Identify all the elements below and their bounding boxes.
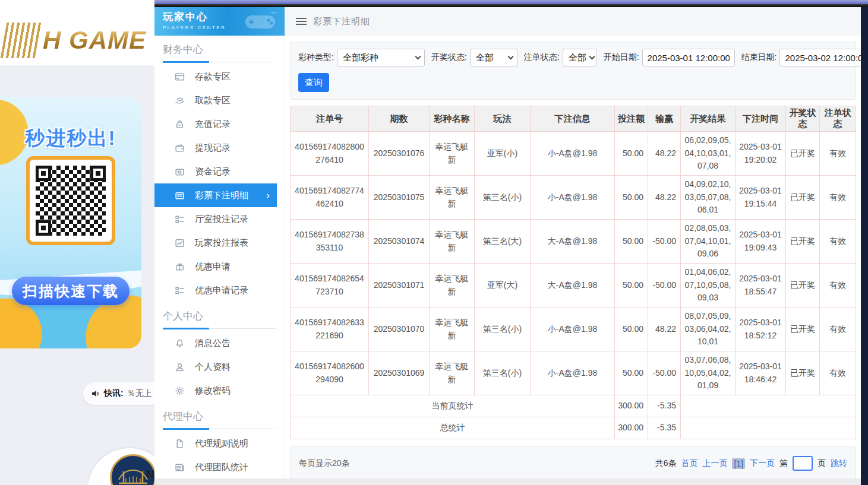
report-chart-icon [175,238,185,248]
order-status-label: 注单状态: [524,52,560,63]
order-id-cell: 401569174082800276410 [291,132,369,176]
app-download-promo-card: 秒进秒出! 扫描快速下载 [0,97,141,348]
chevron-right-icon: › [266,190,270,201]
win-loss-cell: 48.22 [648,308,681,351]
window-bottom-strip [154,478,861,485]
sidebar-item-withdraw-zone[interactable]: 取款专区 [154,88,285,112]
play-cell: 第三名(小) [475,176,531,220]
summary-empty-cell [681,395,856,417]
bet-info-cell: 小-A盘@1.98 [531,308,615,351]
result-cell: 06,02,09,05,04,10,03,01,07,08 [681,132,736,176]
lottery-cell: 幸运飞艇新 [430,351,475,395]
ticker-text: ％无上 [127,388,152,399]
ticker-label: 快讯: [104,388,124,399]
site-logo-band: H GAME [0,0,154,65]
amount-cell: 50.00 [615,220,648,264]
total-summary-row: 总统计 300.00 -5.35 [291,417,856,439]
col-bet-time: 下注时间 [736,106,786,132]
gift-icon [175,262,185,272]
bet-info-cell: 大-A盘@1.98 [531,264,615,308]
background-page: H GAME 秒进秒出! 扫描快速下载 快讯: ％无上 N [0,0,154,485]
promo-headline: 秒进秒出! [0,125,141,152]
window-top-bar [154,0,868,4]
col-period: 期数 [369,106,430,132]
search-button[interactable]: 查询 [298,73,329,92]
draw-status-cell: 已开奖 [786,132,820,176]
sidebar-item-change-password[interactable]: 修改密码 [154,379,285,402]
order-status-cell: 有效 [820,220,856,264]
draw-status-select[interactable]: 全部 [470,49,517,66]
sidebar-section-agent: 代理中心 [163,410,276,429]
h-logo-mark [1,23,42,58]
scan-download-button[interactable]: 扫描快速下载 [12,277,130,305]
jump-suffix-text: 页 [818,458,826,469]
sidebar-item-announcements[interactable]: 消息公告 [154,331,285,355]
sidebar-item-label: 厅室投注记录 [195,214,248,225]
bet-info-cell: 小-A盘@1.98 [531,351,615,395]
prev-page-link[interactable]: 上一页 [702,458,727,469]
chevron-down-icon [415,53,421,59]
summary-label: 当前页统计 [291,395,615,417]
sidebar-item-recharge-records[interactable]: 充值记录 [154,112,285,136]
first-page-link[interactable]: 首页 [681,458,697,469]
draw-status-cell: 已开奖 [786,264,820,308]
lottery-cell: 幸运飞艇新 [430,264,475,308]
sidebar-item-agent-rules[interactable]: 代理规则说明 [154,432,285,455]
period-cell: 20250301069 [369,351,430,395]
sidebar-item-label: 优惠申请记录 [195,285,248,296]
summary-amount: 300.00 [615,395,648,417]
result-cell: 08,07,05,09,03,06,04,02,10,01 [681,308,736,351]
bet-info-cell: 小-A盘@1.98 [531,132,615,176]
total-count-text: 共6条 [655,458,677,469]
order-status-cell: 有效 [820,176,856,220]
sidebar-item-lottery-bet-details[interactable]: 彩票下注明细 › [154,183,277,207]
sidebar-item-deposit-zone[interactable]: 存款专区 [154,65,285,88]
bell-icon [175,338,185,348]
result-cell: 02,08,05,03,07,04,10,01,09,06 [681,220,736,264]
page-size-text: 每页显示20条 [299,458,350,469]
start-date-input[interactable] [642,49,735,66]
sidebar-item-fund-records[interactable]: 资金记录 [154,160,285,183]
sidebar-item-promo-apply-records[interactable]: 优惠申请记录 [154,278,285,302]
next-page-link[interactable]: 下一页 [750,458,775,469]
current-page-link[interactable]: [1] [732,458,745,469]
order-status-select[interactable]: 全部 [563,49,597,66]
sidebar-section-finance: 财务中心 [163,43,276,62]
bet-time-cell: 2025-03-01 18:52:12 [736,308,786,351]
lottery-type-value: 全部彩种 [343,52,378,64]
bet-time-cell: 2025-03-01 19:15:44 [736,176,786,220]
win-loss-cell: 48.22 [648,176,681,220]
jump-button[interactable]: 跳转 [831,458,847,469]
hamburger-menu-icon[interactable] [296,18,307,25]
summary-win-loss: -5.35 [648,395,681,417]
lottery-cell: 幸运飞艇新 [430,176,475,220]
sidebar-item-profile[interactable]: 个人资料 [154,355,285,379]
table-row: 401569174082654723710 20250301071 幸运飞艇新 … [291,264,856,308]
sidebar-item-withdrawal-records[interactable]: 提现记录 [154,136,285,160]
page-jump-input[interactable] [793,456,813,471]
speaker-icon [91,389,100,398]
players-center-window: 玩家中心 PLAYERS CENTER 财务中心 存款专区 取款专区 [154,0,868,485]
lottery-type-select[interactable]: 全部彩种 [337,49,425,66]
gift-list-icon [175,286,185,296]
draw-status-label: 开奖状态: [431,52,467,63]
sidebar-item-label: 资金记录 [195,166,231,177]
sidebar-item-promo-apply[interactable]: 优惠申请 [154,255,285,278]
period-cell: 20250301075 [369,176,430,220]
col-win-loss: 输赢 [648,106,681,132]
gamepad-icon [241,9,280,33]
col-order-id: 注单号 [291,106,369,132]
sidebar-item-hall-bet-records[interactable]: 厅室投注记录 [154,207,285,231]
document-icon [175,439,185,449]
play-cell: 亚军(小) [475,132,531,176]
jump-prefix-text: 第 [779,458,788,469]
play-cell: 第三名(小) [475,351,531,395]
news-icon [175,462,185,473]
sidebar-item-agent-team-stats[interactable]: 代理团队统计 [154,455,285,478]
end-date-input[interactable] [779,49,861,66]
amount-cell: 50.00 [615,308,648,351]
sidebar-item-player-bet-report[interactable]: 玩家投注报表 [154,231,285,255]
col-lottery: 彩种名称 [430,106,475,132]
page-title: 彩票下注明细 [313,16,370,27]
bet-info-cell: 大-A盘@1.98 [531,220,615,264]
